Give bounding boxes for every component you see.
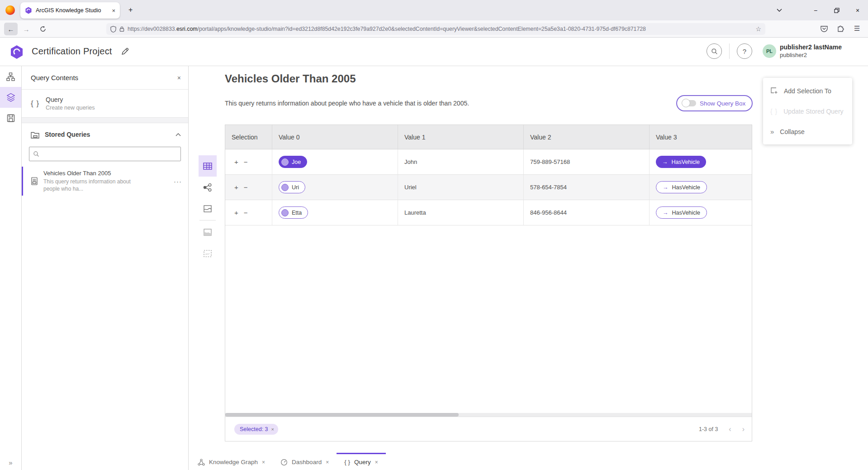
add-selection-icon[interactable]: +	[234, 209, 238, 216]
column-header[interactable]: Value 0	[272, 125, 398, 149]
rail-item-contents[interactable]	[0, 87, 21, 108]
selected-count-chip[interactable]: Selected: 3 ×	[234, 424, 278, 435]
query-document-icon	[31, 177, 38, 185]
entity-pill[interactable]: Joe	[279, 156, 307, 168]
view-tools	[199, 155, 217, 264]
relationship-pill[interactable]: →HasVehicle	[656, 156, 706, 168]
extensions-puzzle-icon[interactable]	[837, 24, 845, 33]
browser-navbar: ← → https://dev0028833.esri.com/portal/a…	[0, 20, 868, 38]
scrollbar-thumb[interactable]	[225, 413, 459, 417]
page-title: Vehicles Older Than 2005	[225, 72, 356, 85]
selection-extent-button[interactable]	[199, 243, 217, 264]
more-options-icon[interactable]: ···	[174, 177, 182, 185]
new-map-icon	[203, 228, 213, 237]
rail-item-save[interactable]	[0, 108, 21, 129]
rail-item-data-model[interactable]	[0, 66, 21, 87]
left-rail: »	[0, 66, 22, 470]
window-close-button[interactable]: ×	[847, 0, 868, 20]
entity-dot-icon	[281, 184, 289, 191]
browser-menu-icon[interactable]: ☰	[854, 24, 860, 33]
url-bar[interactable]: https://dev0028833.esri.com/portal/apps/…	[106, 23, 765, 35]
map-view-button[interactable]	[199, 198, 217, 219]
avatar[interactable]: PL	[763, 44, 776, 58]
new-query-item[interactable]: { } Query Create new queries	[22, 90, 188, 118]
entity-dot-icon	[281, 209, 289, 216]
table-footer: Selected: 3 × 1-3 of 3 ‹ ›	[225, 417, 752, 441]
table-row[interactable]: +− Joe John 759-889-57168 →HasVehicle	[225, 149, 752, 175]
new-tab-button[interactable]: +	[128, 6, 133, 14]
tab-close-icon[interactable]: ×	[375, 459, 378, 465]
pocket-icon[interactable]	[820, 24, 828, 33]
relationship-pill[interactable]: →HasVehicle	[656, 206, 707, 219]
prev-page-icon[interactable]: ‹	[729, 425, 731, 433]
help-button[interactable]: ?	[737, 43, 752, 59]
user-info[interactable]: publisher2 lastName publisher2	[780, 43, 842, 59]
stored-queries-header[interactable]: Stored Queries	[22, 123, 188, 146]
horizontal-scrollbar[interactable]	[225, 413, 752, 417]
show-query-box-toggle[interactable]: Show Query Box	[676, 95, 753, 111]
tab-knowledge-graph[interactable]: Knowledge Graph ×	[190, 453, 273, 470]
tab-overflow-icon[interactable]	[769, 0, 790, 20]
tab-dashboard[interactable]: Dashboard ×	[273, 453, 337, 470]
forward-button[interactable]: →	[19, 23, 33, 35]
tab-close-icon[interactable]: ×	[326, 459, 329, 465]
stored-query-description: This query returns information about peo…	[43, 178, 134, 192]
selected-indicator	[22, 167, 23, 196]
toggle-knob	[682, 99, 690, 107]
back-button[interactable]: ←	[4, 23, 18, 35]
column-header[interactable]: Value 1	[398, 125, 524, 149]
tab-label: Dashboard	[292, 459, 322, 465]
firefox-icon[interactable]	[5, 5, 15, 15]
search-button[interactable]	[707, 43, 722, 59]
browser-tab[interactable]: ArcGIS Knowledge Studio ×	[20, 2, 120, 19]
search-input[interactable]	[42, 151, 177, 158]
entity-pill[interactable]: Etta	[279, 206, 308, 219]
cell-value: 759-889-57168	[524, 149, 650, 174]
table-row[interactable]: +− Etta Lauretta 846-956-8644 →HasVehicl…	[225, 200, 752, 225]
stored-query-search[interactable]	[29, 147, 181, 161]
add-selection-icon[interactable]: +	[234, 183, 238, 191]
new-map-button[interactable]	[199, 221, 217, 243]
relationship-pill[interactable]: →HasVehicle	[656, 181, 707, 193]
tab-label: Knowledge Graph	[209, 459, 258, 465]
column-header[interactable]: Selection	[225, 125, 272, 149]
link-chart-button[interactable]	[199, 177, 217, 198]
menu-item-collapse[interactable]: » Collapse	[763, 121, 852, 142]
entity-pill[interactable]: Uri	[279, 181, 305, 193]
chevron-up-icon[interactable]	[175, 133, 181, 136]
page-description: This query returns information about peo…	[225, 100, 469, 107]
remove-selection-icon[interactable]: −	[244, 183, 248, 191]
table-icon	[203, 162, 213, 171]
reload-button[interactable]	[36, 23, 50, 35]
bookmark-star-icon[interactable]: ☆	[755, 25, 761, 33]
menu-item-add-selection-to[interactable]: Add Selection To	[763, 81, 852, 101]
table-row[interactable]: +− Uri Uriel 578-654-7854 →HasVehicle	[225, 175, 752, 200]
stored-query-item[interactable]: Vehicles Older Than 2005 This query retu…	[22, 167, 188, 196]
edit-pencil-icon[interactable]	[121, 48, 129, 55]
table-view-button[interactable]	[199, 155, 217, 177]
layers-icon	[6, 93, 15, 102]
column-header[interactable]: Value 2	[524, 125, 650, 149]
next-page-icon[interactable]: ›	[742, 425, 745, 433]
remove-selection-icon[interactable]: −	[244, 209, 248, 216]
menu-item-update-stored-query[interactable]: { } Update Stored Query	[763, 101, 852, 121]
panel-close-icon[interactable]: ×	[177, 74, 181, 82]
expand-rail-icon[interactable]: »	[0, 459, 21, 466]
query-contents-panel: Query Contents × { } Query Create new qu…	[22, 66, 189, 470]
tab-close-icon[interactable]: ×	[262, 459, 265, 465]
save-icon	[7, 114, 15, 122]
column-header[interactable]: Value 3	[650, 125, 752, 149]
lock-icon[interactable]	[119, 26, 124, 32]
remove-selection-icon[interactable]: −	[244, 158, 248, 166]
add-selection-icon[interactable]: +	[234, 158, 238, 166]
tab-query[interactable]: { } Query ×	[337, 453, 386, 470]
tab-close-icon[interactable]: ×	[112, 7, 115, 14]
clear-selection-icon[interactable]: ×	[271, 427, 274, 432]
window-restore-button[interactable]	[826, 0, 847, 20]
shield-icon[interactable]	[110, 26, 116, 33]
toggle-track	[683, 100, 696, 106]
window-minimize-button[interactable]: −	[805, 0, 826, 20]
braces-icon: { }	[344, 459, 350, 465]
menu-item-label: Update Stored Query	[783, 108, 843, 115]
user-name: publisher2 lastName	[780, 43, 842, 52]
